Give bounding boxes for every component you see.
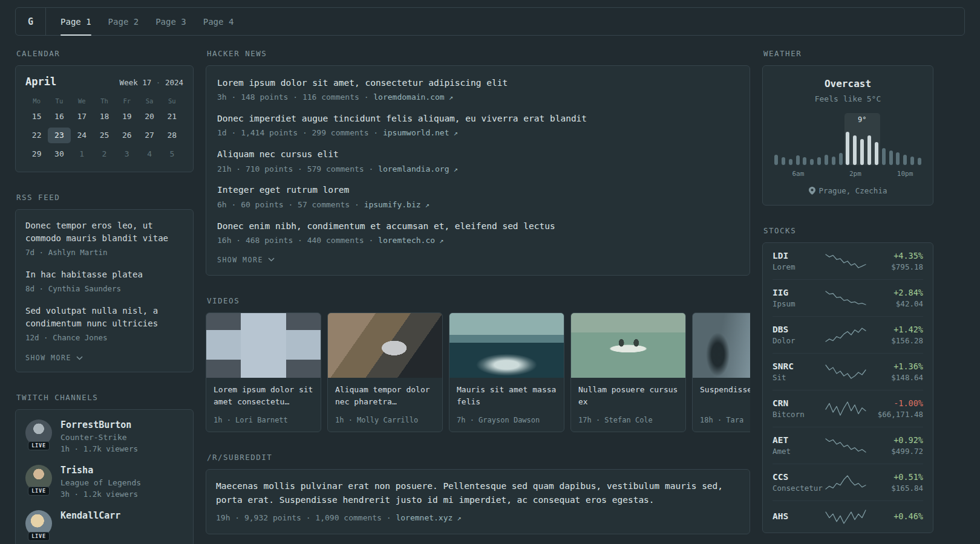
time-axis-label: 6am [792,170,804,178]
hn-item-title[interactable]: Lorem ipsum dolor sit amet, consectetur … [217,77,739,89]
time-axis-label: 10pm [897,170,913,178]
calendar-day: 19 [116,109,138,125]
hn-item-domain[interactable]: loremlandia.org ↗ [378,164,458,173]
live-badge: LIVE [28,441,50,450]
weather-bars [774,130,921,165]
stock-name: Bitcorn [773,410,825,419]
stock-id: SNRC Sit [773,361,825,382]
subreddit-post: Maecenas mollis pulvinar erat non posuer… [216,479,740,524]
weather-bar [860,139,864,166]
external-link-icon: ↗ [445,93,453,102]
weather-card: Overcast Feels like 5°C 9° 6am2pm10pm Pr… [762,65,933,206]
channel-viewers: 1h · 1.7k viewers [60,444,138,453]
weather-bar [867,135,871,165]
right-column: WEATHER Overcast Feels like 5°C 9° 6am2p… [762,48,933,544]
weekday-label: Tu [48,97,70,105]
calendar-week: Week 17 [120,78,152,87]
stock-row[interactable]: LDI Lorem +4.35% $795.18 [773,243,923,279]
stock-price: $66,171.48 [867,410,923,419]
tab-page-1[interactable]: Page 1 [60,8,91,35]
stock-row[interactable]: IIG Ipsum +2.84% $42.04 [773,279,923,316]
stock-row[interactable]: CRN Bitcorn -1.00% $66,171.48 [773,390,923,427]
rss-show-more[interactable]: SHOW MORE [25,354,183,362]
tab-page-3[interactable]: Page 3 [155,8,186,35]
video-thumbnail [571,313,685,378]
hn-item-domain[interactable]: ipsumify.biz ↗ [364,200,430,209]
hackernews-list: Lorem ipsum dolor sit amet, consectetur … [217,77,739,247]
channel-name: KendallCarr [60,510,120,521]
stock-row[interactable]: CCS Consectetur +0.51% $165.84 [773,464,923,500]
post-title[interactable]: Maecenas mollis pulvinar erat non posuer… [216,479,740,507]
tab-page-2[interactable]: Page 2 [108,8,139,35]
weather-bar [918,158,921,165]
stock-row[interactable]: SNRC Sit +1.36% $148.64 [773,353,923,390]
video-title: Mauris sit amet massa felis [457,384,557,408]
hn-item-title[interactable]: Integer eget rutrum lorem [217,184,739,196]
stock-row[interactable]: AHS +0.46% [773,500,923,533]
chevron-down-icon [76,356,83,360]
weather-feels-like: Feels like 5°C [773,94,923,103]
stock-price: $148.64 [867,373,923,382]
live-badge: LIVE [28,487,50,496]
stock-values: +1.36% $148.64 [867,361,923,382]
hackernews-show-more[interactable]: SHOW MORE [217,256,739,264]
twitch-channel[interactable]: LIVE Trisha League of Legends 3h · 1.2k … [25,465,183,499]
stock-row[interactable]: DBS Dolor +1.42% $156.28 [773,316,923,353]
video-card[interactable]: Suspendisse diam 18h · Tara [692,312,750,432]
stock-sparkline [825,474,867,490]
rss-list: Donec tempor eros leo, ut commodo mauris… [25,219,183,343]
rss-item-title[interactable]: Donec tempor eros leo, ut commodo mauris… [25,219,183,245]
calendar-day: 20 [138,109,160,125]
rss-item-title[interactable]: Sed volutpat nulla nisl, a condimentum n… [25,305,183,330]
tab-page-4[interactable]: Page 4 [203,8,234,35]
weather-time-axis: 6am2pm10pm [773,170,923,178]
video-card[interactable]: Lorem ipsum dolor sit amet consectetu… 1… [206,312,321,432]
sparkline-chart [825,401,867,416]
external-link-icon: ↗ [449,129,458,137]
channel-info: KendallCarr [60,510,120,521]
twitch-channel[interactable]: LIVE ForrestBurton Counter-Strike 1h · 1… [25,419,183,453]
hn-item: Donec imperdiet augue tincidunt felis al… [217,112,739,139]
stock-name: Ipsum [773,299,825,308]
video-card[interactable]: Nullam posuere cursus ex 17h · Stefan Co… [570,312,686,432]
app-header: G Page 1Page 2Page 3Page 4 [15,7,965,36]
calendar-day: 28 [161,128,183,143]
video-title: Suspendisse diam [700,384,750,396]
stock-price: $165.84 [867,484,923,493]
twitch-channel[interactable]: LIVE KendallCarr [25,510,183,537]
weather-condition: Overcast [773,78,923,89]
stocks-widget: STOCKS LDI Lorem +4.35% $795.18 IIG Ipsu… [762,226,933,533]
avatar: LIVE [25,510,52,537]
hn-item-title[interactable]: Aliquam nec cursus elit [217,148,739,160]
calendar-day-selected: 23 [48,128,70,143]
rss-item-meta: 8d · Cynthia Saunders [25,283,183,294]
hn-item-domain[interactable]: loremdomain.com ↗ [373,92,453,102]
hn-item-title[interactable]: Donec imperdiet augue tincidunt felis al… [217,112,739,125]
sparkline-chart [825,509,867,525]
stock-change: +4.35% [867,251,923,261]
avatar: LIVE [25,465,52,491]
stock-symbol: SNRC [773,361,825,371]
stock-id: CRN Bitcorn [773,398,825,419]
stock-sparkline [825,509,867,525]
calendar-day: 29 [25,146,48,162]
stock-values: +1.42% $156.28 [867,325,923,345]
show-more-label: SHOW MORE [25,354,71,362]
hn-item-title[interactable]: Donec enim nibh, condimentum et accumsan… [217,220,739,232]
stock-row[interactable]: AET Amet +0.92% $499.72 [773,427,923,464]
video-title: Nullam posuere cursus ex [578,384,678,408]
hn-item-domain[interactable]: loremtech.co ↗ [378,236,443,245]
rss-item-title[interactable]: In hac habitasse platea [25,268,183,281]
channel-name: Trisha [60,465,141,476]
stock-id: AET Amet [773,435,825,456]
video-card[interactable]: Mauris sit amet massa felis 7h · Grayson… [449,312,564,432]
weekday-label: Th [93,97,116,105]
video-card-body: Mauris sit amet massa felis 7h · Grayson… [449,378,564,432]
weather-bar [853,135,857,165]
hn-item-domain[interactable]: ipsumworld.net ↗ [383,128,458,137]
video-card[interactable]: Aliquam tempor dolor nec pharetra… 1h · … [327,312,443,432]
stock-values: +0.51% $165.84 [867,472,923,493]
stock-price: $156.28 [867,336,923,345]
section-title-rss: RSS FEED [16,193,194,202]
post-domain[interactable]: loremnet.xyz ↗ [396,513,461,522]
